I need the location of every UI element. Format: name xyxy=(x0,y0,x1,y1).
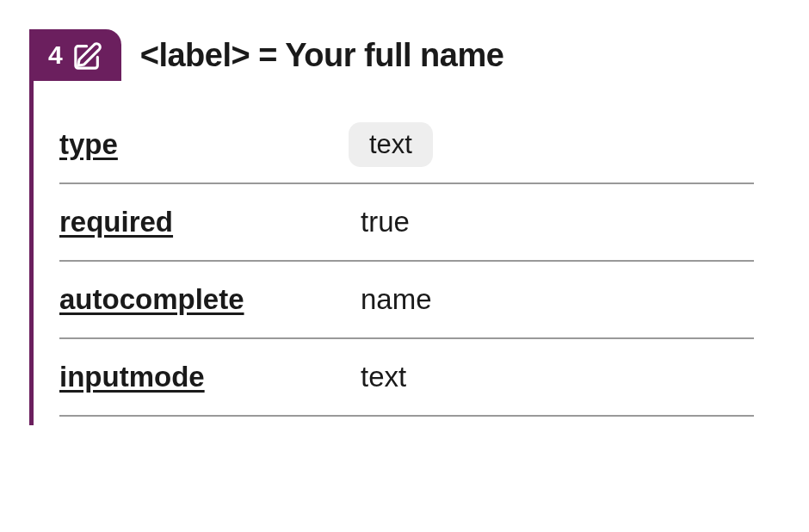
attribute-name-link[interactable]: required xyxy=(59,206,361,238)
attribute-value: text xyxy=(361,122,433,167)
attribute-row: type text xyxy=(59,107,754,184)
field-title: <label> = Your full name xyxy=(140,37,504,74)
badge-number: 4 xyxy=(48,40,63,70)
attributes-table: type text required true autocomplete nam… xyxy=(34,107,780,417)
attribute-name-link[interactable]: autocomplete xyxy=(59,283,361,316)
edit-icon xyxy=(73,40,102,71)
card-header: 4 <label> = Your full name xyxy=(34,29,780,81)
field-number-badge: 4 xyxy=(29,29,121,81)
attribute-name-link[interactable]: type xyxy=(59,128,361,161)
form-field-card: 4 <label> = Your full name type text req… xyxy=(29,29,780,425)
attribute-value: text xyxy=(361,361,406,393)
attribute-row: required true xyxy=(59,184,754,262)
attribute-value: name xyxy=(361,283,432,316)
attribute-row: autocomplete name xyxy=(59,262,754,339)
value-chip: text xyxy=(349,122,433,167)
attribute-row: inputmode text xyxy=(59,339,754,417)
attribute-value: true xyxy=(361,206,410,238)
attribute-name-link[interactable]: inputmode xyxy=(59,361,361,393)
